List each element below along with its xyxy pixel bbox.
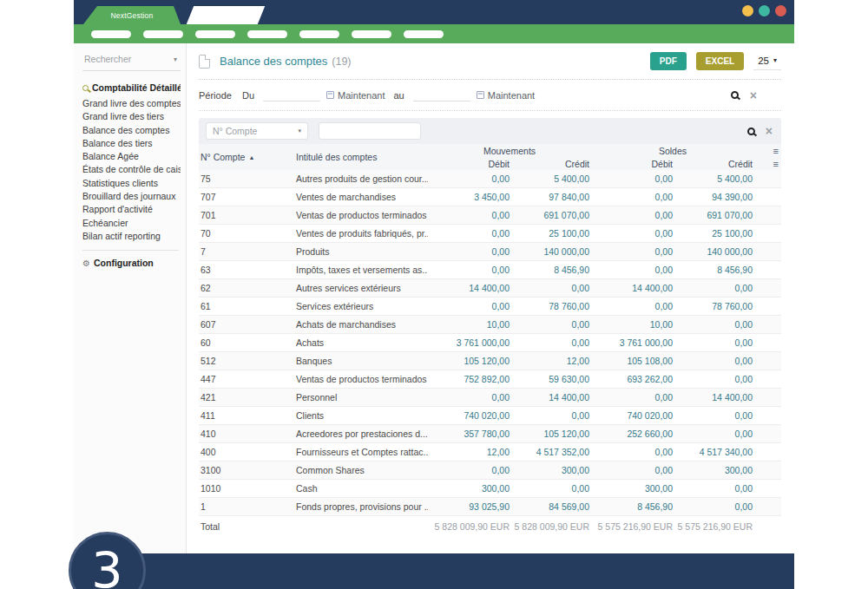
table-row[interactable]: 1Fonds propres, provisions pour ...93 02… bbox=[199, 498, 781, 516]
table-cell: Autres services extérieurs bbox=[296, 283, 428, 293]
column-header-compte[interactable]: N° Compte ▲ bbox=[199, 152, 296, 162]
page-size-select[interactable]: 25 ▾ bbox=[753, 53, 781, 70]
period-to-value: Maintenant bbox=[488, 90, 535, 101]
menu-item-redacted[interactable] bbox=[404, 30, 444, 38]
table-row[interactable]: 607Achats de marchandises10,000,0010,000… bbox=[199, 316, 781, 334]
table-row[interactable]: 7Produits0,00140 000,000,00140 000,00 bbox=[199, 243, 781, 261]
table-row[interactable]: 512Banques105 120,0012,00105 108,000,00 bbox=[199, 352, 781, 370]
calendar-icon[interactable] bbox=[326, 91, 334, 99]
sidebar-item[interactable]: États de contrôle de caisse bbox=[82, 163, 181, 176]
search-icon[interactable] bbox=[731, 91, 739, 99]
table-cell: 75 bbox=[199, 173, 296, 184]
table-row[interactable]: 63Impôts, taxes et versements as...0,008… bbox=[199, 261, 781, 279]
sidebar-item[interactable]: Balance des comptes bbox=[82, 124, 181, 137]
secondary-tab[interactable] bbox=[187, 6, 265, 24]
sidebar-search-select[interactable]: Rechercher ▾ bbox=[82, 52, 181, 71]
table-cell: Achats de marchandises bbox=[296, 319, 428, 330]
table-row[interactable]: 62Autres services extérieurs14 400,000,0… bbox=[199, 279, 781, 298]
table-cell: Ventas de productos terminados bbox=[296, 210, 428, 220]
sidebar-item[interactable]: Statistiques clients bbox=[82, 177, 181, 190]
table-row[interactable]: 61Services extérieurs0,0078 760,000,0078… bbox=[199, 298, 781, 316]
close-dot-icon[interactable] bbox=[775, 5, 786, 16]
table-cell: 0,00 bbox=[511, 283, 591, 293]
account-filter-input[interactable] bbox=[319, 122, 421, 140]
column-header-compte-label: N° Compte bbox=[201, 152, 245, 162]
sidebar-item-configuration[interactable]: ⚙ Configuration bbox=[82, 258, 181, 268]
table-row[interactable]: 400Fournisseurs et Comptes rattac...12,0… bbox=[199, 443, 781, 461]
clear-icon[interactable]: × bbox=[750, 89, 757, 101]
period-from-input[interactable] bbox=[263, 89, 320, 101]
clear-icon[interactable]: × bbox=[766, 125, 773, 137]
period-label: Période bbox=[199, 90, 242, 101]
pdf-export-button[interactable]: PDF bbox=[650, 52, 687, 70]
sidebar-item[interactable]: Balance Agée bbox=[82, 150, 181, 163]
table-row[interactable]: 447Ventas de productos terminados752 892… bbox=[199, 370, 781, 389]
table-row[interactable]: 60Achats3 761 000,000,003 761 000,000,00 bbox=[199, 334, 781, 352]
total-mouvements-debit: 5 828 009,90 EUR bbox=[428, 521, 511, 532]
title-bar: NextGestion bbox=[74, 0, 794, 24]
table-cell: Banques bbox=[296, 356, 428, 366]
table-cell: 1010 bbox=[199, 483, 296, 494]
column-header-intitule[interactable]: Intitulé des comptes bbox=[296, 152, 428, 162]
table-row[interactable]: 701Ventas de productos terminados0,00691… bbox=[199, 206, 781, 225]
brand-tab[interactable]: NextGestion bbox=[83, 6, 181, 24]
table-row[interactable]: 75Autres produits de gestion cour...0,00… bbox=[199, 170, 781, 188]
minimize-dot-icon[interactable] bbox=[742, 5, 753, 16]
main-menu-bar bbox=[74, 24, 794, 43]
table-cell: 3 761 000,00 bbox=[591, 337, 674, 348]
account-filter-select[interactable]: N° Compte ▾ bbox=[206, 122, 308, 140]
sidebar-item[interactable]: Rapport d'activité bbox=[82, 203, 181, 216]
table-cell: 0,00 bbox=[674, 410, 754, 421]
table-row[interactable]: 70Ventes de produits fabriqués, pr...0,0… bbox=[199, 225, 781, 243]
menu-item-redacted[interactable] bbox=[352, 30, 391, 38]
table-cell: 0,00 bbox=[591, 173, 674, 184]
table-filter-actions: × bbox=[747, 125, 774, 137]
table-row[interactable]: 411Clients740 020,000,00740 020,000,00 bbox=[199, 407, 781, 425]
calendar-icon[interactable] bbox=[477, 91, 484, 99]
menu-item-redacted[interactable] bbox=[143, 30, 183, 38]
sidebar-item[interactable]: Echéancier bbox=[82, 217, 181, 230]
table-cell: 0,00 bbox=[591, 228, 674, 239]
table-cell: 3100 bbox=[199, 465, 296, 475]
table-cell: 14 400,00 bbox=[511, 392, 591, 402]
table-cell: 14 400,00 bbox=[674, 392, 754, 402]
table-row[interactable]: 3100Common Shares0,00300,000,00300,00 bbox=[199, 461, 781, 480]
sidebar-section-comptabilite[interactable]: Comptabilité Détaillé... bbox=[82, 82, 181, 93]
search-icon[interactable] bbox=[747, 128, 755, 135]
sidebar-item[interactable]: Grand livre des comptes bbox=[82, 97, 181, 110]
menu-item-redacted[interactable] bbox=[299, 30, 339, 38]
table-row[interactable]: 1010Cash300,000,00300,000,00 bbox=[199, 480, 781, 498]
total-mouvements-credit: 5 828 009,90 EUR bbox=[511, 521, 591, 532]
period-filter: Période Du Maintenant au Maintenant × bbox=[199, 80, 781, 111]
table-cell: Produits bbox=[296, 246, 428, 257]
sidebar-item[interactable]: Balance des tiers bbox=[82, 137, 181, 150]
column-settings-icon[interactable]: ≡ bbox=[754, 146, 780, 156]
table-row[interactable]: 410Acreedores por prestaciones d...357 7… bbox=[199, 425, 781, 443]
excel-export-button[interactable]: EXCEL bbox=[696, 52, 744, 70]
table-row[interactable]: 707Ventes de marchandises3 450,0097 840,… bbox=[199, 188, 781, 206]
column-header-mouvements-credit[interactable]: Crédit bbox=[511, 159, 591, 169]
column-header-soldes-credit[interactable]: Crédit bbox=[674, 159, 754, 169]
total-label: Total bbox=[199, 521, 296, 532]
column-header-soldes-debit[interactable]: Débit bbox=[591, 159, 674, 169]
sidebar-item[interactable]: Brouillard des journaux bbox=[82, 190, 181, 203]
menu-item-redacted[interactable] bbox=[195, 30, 235, 38]
table-cell: 78 760,00 bbox=[674, 301, 754, 311]
table-cell: 300,00 bbox=[591, 483, 674, 494]
menu-item-redacted[interactable] bbox=[91, 30, 131, 38]
table-cell: 400 bbox=[199, 447, 296, 457]
total-soldes-credit: 5 575 216,90 EUR bbox=[674, 521, 754, 532]
table-row[interactable]: 421Personnel0,0014 400,000,0014 400,00 bbox=[199, 389, 781, 407]
page-header: Balance des comptes (19) PDF EXCEL 25 ▾ bbox=[199, 43, 781, 80]
menu-item-redacted[interactable] bbox=[247, 30, 287, 38]
table-cell: 0,00 bbox=[428, 392, 511, 402]
column-header-mouvements-debit[interactable]: Débit bbox=[428, 159, 511, 169]
table-cell: 3 761 000,00 bbox=[428, 337, 511, 348]
maximize-dot-icon[interactable] bbox=[759, 5, 770, 16]
sidebar-item[interactable]: Grand livre des tiers bbox=[82, 110, 181, 123]
column-settings-icon[interactable]: ≡ bbox=[754, 159, 780, 169]
period-to-input[interactable] bbox=[413, 89, 470, 101]
table-cell: 3 450,00 bbox=[428, 192, 511, 202]
sidebar-item[interactable]: Bilan actif reporting bbox=[82, 230, 181, 243]
table-cell: 0,00 bbox=[428, 173, 511, 184]
